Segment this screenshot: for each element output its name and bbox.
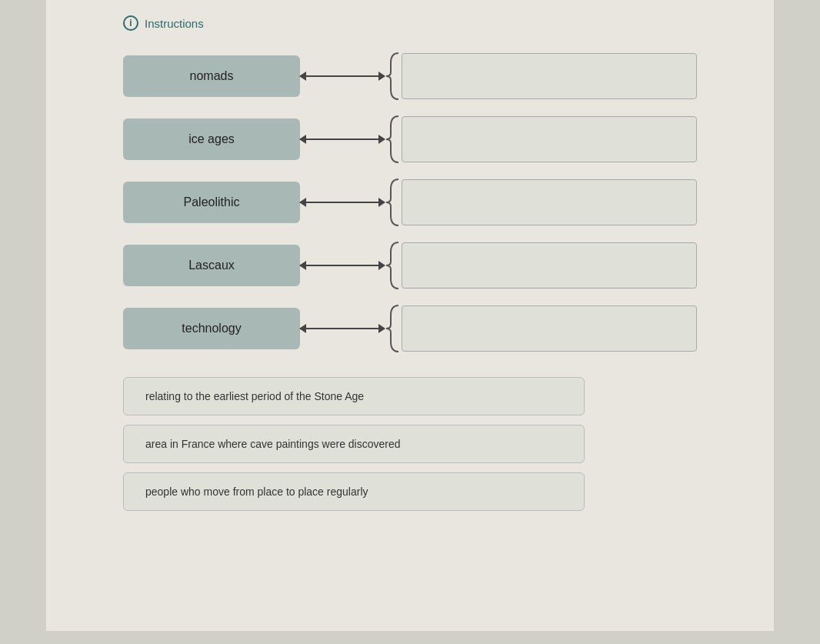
brace-paleolithic — [385, 175, 402, 229]
instructions-label: Instructions — [145, 17, 204, 30]
arrow-nomads — [300, 75, 385, 77]
definition-box-lascaux[interactable] — [402, 242, 697, 289]
match-row: nomads — [123, 49, 697, 103]
arrow-paleolithic — [300, 202, 385, 203]
brace-lascaux — [385, 239, 402, 292]
term-ice-ages: ice ages — [123, 118, 300, 160]
definition-box-technology[interactable] — [402, 305, 697, 352]
term-nomads: nomads — [123, 55, 300, 97]
arrow-lascaux — [300, 265, 385, 266]
brace-technology — [385, 302, 402, 355]
definition-box-nomads[interactable] — [402, 53, 697, 99]
answer-bank: relating to the earliest period of the S… — [123, 377, 697, 511]
brace-ice-ages — [385, 112, 402, 166]
arrow-ice-ages — [300, 138, 385, 140]
brace-nomads — [385, 49, 402, 103]
match-row: Paleolithic — [123, 175, 697, 229]
definition-box-ice-ages[interactable] — [402, 116, 697, 162]
answer-card-3[interactable]: people who move from place to place regu… — [123, 472, 585, 511]
match-row: technology — [123, 302, 697, 355]
term-technology: technology — [123, 308, 300, 349]
instructions-bar: i Instructions — [123, 15, 697, 31]
arrow-technology — [300, 328, 385, 329]
match-row: Lascaux — [123, 239, 697, 292]
term-paleolithic: Paleolithic — [123, 182, 300, 223]
main-container: i Instructions nomads ice ages — [46, 0, 774, 631]
match-row: ice ages — [123, 112, 697, 166]
definition-box-paleolithic[interactable] — [402, 179, 697, 225]
info-icon: i — [123, 15, 138, 31]
match-area: nomads ice ages — [123, 49, 697, 355]
answer-card-1[interactable]: relating to the earliest period of the S… — [123, 377, 585, 415]
term-lascaux: Lascaux — [123, 245, 300, 286]
answer-card-2[interactable]: area in France where cave paintings were… — [123, 425, 585, 463]
